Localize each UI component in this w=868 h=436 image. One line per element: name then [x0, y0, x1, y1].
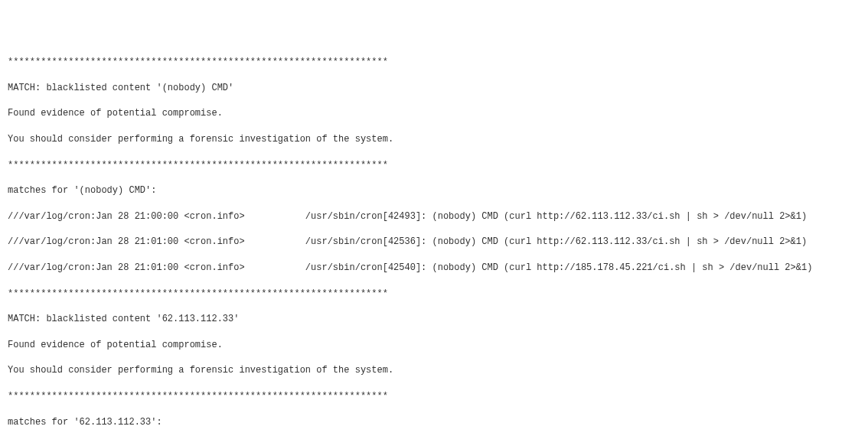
matches-header: matches for '(nobody) CMD':	[8, 184, 860, 197]
evidence-text: Found evidence of potential compromise.	[8, 339, 860, 352]
advice-text: You should consider performing a forensi…	[8, 133, 860, 146]
advice-text: You should consider performing a forensi…	[8, 364, 860, 377]
match-blacklisted-content: MATCH: blacklisted content '62.113.112.3…	[8, 313, 860, 326]
match-blacklisted-content: MATCH: blacklisted content '(nobody) CMD…	[8, 82, 860, 95]
divider: ****************************************…	[8, 288, 860, 301]
divider: ****************************************…	[8, 159, 860, 172]
divider: ****************************************…	[8, 390, 860, 403]
matches-header: matches for '62.113.112.33':	[8, 416, 860, 429]
divider: ****************************************…	[8, 56, 860, 69]
evidence-text: Found evidence of potential compromise.	[8, 107, 860, 120]
log-entry: ///var/log/cron:Jan 28 21:01:00 <cron.in…	[8, 262, 860, 275]
log-entry: ///var/log/cron:Jan 28 21:00:00 <cron.in…	[8, 210, 860, 223]
log-entry: ///var/log/cron:Jan 28 21:01:00 <cron.in…	[8, 236, 860, 249]
